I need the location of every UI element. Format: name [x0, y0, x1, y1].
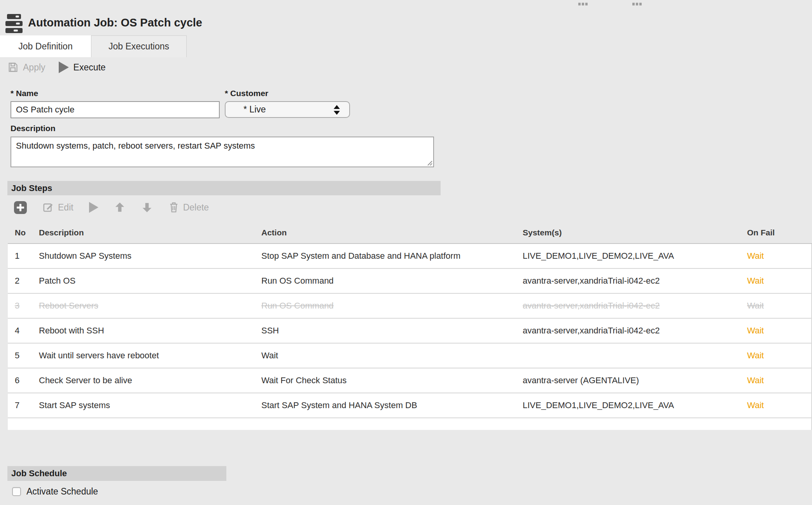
step-cell-desc: Reboot with SSH: [39, 326, 261, 336]
edit-pencil-icon: [42, 202, 54, 213]
step-cell-no: 2: [8, 276, 39, 286]
customer-selected-value: * Live: [243, 104, 266, 115]
column-header-description: Description: [39, 228, 261, 237]
play-icon: [59, 61, 69, 73]
automation-job-icon: [5, 14, 23, 33]
tab-job-executions[interactable]: Job Executions: [91, 35, 187, 57]
step-row-3[interactable]: 3Reboot ServersRun OS Commandavantra-ser…: [8, 294, 811, 319]
step-cell-onfail: Wait: [747, 351, 811, 361]
column-header-system-s-: System(s): [523, 228, 747, 237]
steps-table-header: NoDescriptionActionSystem(s)On Fail: [8, 222, 812, 244]
job-steps-table: NoDescriptionActionSystem(s)On Fail 1Shu…: [8, 222, 812, 430]
step-cell-no: 4: [8, 326, 39, 336]
step-cell-action: SSH: [261, 326, 523, 336]
step-cell-onfail: Wait: [747, 400, 811, 410]
step-row-1[interactable]: 1Shutdown SAP SystemsStop SAP System and…: [8, 244, 811, 269]
column-header-on-fail: On Fail: [747, 228, 812, 237]
step-cell-action: Wait: [261, 351, 523, 361]
step-row-6[interactable]: 6Check Server to be aliveWait For Check …: [8, 368, 811, 393]
move-down-icon[interactable]: [141, 202, 153, 213]
job-schedule-section-header: Job Schedule: [7, 466, 226, 481]
step-cell-systems: avantra-server,xandriaTrial-i042-ec2: [523, 276, 747, 286]
activate-schedule-row: Activate Schedule: [12, 486, 98, 497]
step-cell-systems: LIVE_DEMO1,LIVE_DEMO2,LIVE_AVA: [523, 251, 747, 261]
edit-label: Edit: [58, 202, 74, 213]
customer-label: * Customer: [225, 89, 268, 98]
customer-select[interactable]: * Live: [225, 101, 350, 118]
column-header-no: No: [8, 228, 39, 237]
delete-label: Delete: [183, 202, 209, 213]
add-step-button[interactable]: [14, 201, 27, 214]
name-label: * Name: [10, 89, 38, 98]
step-cell-desc: Reboot Servers: [39, 301, 261, 311]
run-step-icon[interactable]: [89, 202, 98, 213]
step-cell-desc: Start SAP systems: [39, 400, 261, 410]
step-cell-action: Stop SAP System and Database and HANA pl…: [261, 251, 523, 261]
step-row-2[interactable]: 2Patch OSRun OS Commandavantra-server,xa…: [8, 269, 811, 294]
step-cell-desc: Shutdown SAP Systems: [39, 251, 261, 261]
activate-schedule-checkbox[interactable]: [12, 487, 21, 496]
steps-table-body: 1Shutdown SAP SystemsStop SAP System and…: [8, 244, 812, 430]
step-cell-no: 5: [8, 351, 39, 361]
step-cell-desc: Patch OS: [39, 276, 261, 286]
tab-bar: Job Definition Job Executions: [0, 35, 187, 57]
step-cell-onfail: Wait: [747, 301, 811, 311]
name-input[interactable]: [10, 101, 220, 118]
step-cell-no: 6: [8, 375, 39, 386]
widget-drag-handle[interactable]: [578, 3, 588, 5]
step-cell-systems: avantra-server (AGENTALIVE): [523, 375, 747, 386]
step-cell-systems: avantra-server,xandriaTrial-i042-ec2: [523, 301, 747, 311]
main-toolbar: Apply Execute: [7, 60, 106, 74]
step-cell-onfail: Wait: [747, 251, 811, 261]
step-cell-onfail: Wait: [747, 326, 811, 336]
activate-schedule-label: Activate Schedule: [26, 486, 98, 497]
description-textarea[interactable]: Shutdown systems, patch, reboot servers,…: [10, 137, 434, 167]
job-steps-section-header: Job Steps: [7, 181, 441, 195]
edit-step-button[interactable]: Edit: [42, 202, 74, 213]
step-row-7[interactable]: 7Start SAP systemsStart SAP System and H…: [8, 393, 811, 418]
step-cell-onfail: Wait: [747, 276, 811, 286]
step-cell-desc: Wait until servers have rebootet: [39, 351, 261, 361]
step-cell-no: 7: [8, 400, 39, 410]
tab-job-definition[interactable]: Job Definition: [0, 35, 91, 57]
execute-label: Execute: [74, 62, 106, 73]
column-header-action: Action: [261, 228, 523, 237]
step-cell-onfail: Wait: [747, 375, 811, 386]
move-up-icon[interactable]: [114, 202, 126, 213]
description-label: Description: [10, 124, 56, 133]
widget-drag-handle[interactable]: [632, 3, 642, 5]
step-cell-action: Run OS Command: [261, 301, 523, 311]
step-cell-desc: Check Server to be alive: [39, 375, 261, 386]
step-cell-systems: LIVE_DEMO1,LIVE_DEMO2,LIVE_AVA: [523, 400, 747, 410]
apply-button[interactable]: Apply: [7, 62, 46, 73]
step-cell-no: 1: [8, 251, 39, 261]
step-row-5[interactable]: 5Wait until servers have rebootetWaitWai…: [8, 344, 811, 368]
step-cell-action: Run OS Command: [261, 276, 523, 286]
apply-label: Apply: [23, 62, 46, 73]
page-title: Automation Job: OS Patch cycle: [28, 16, 202, 29]
step-cell-no: 3: [8, 301, 39, 311]
delete-step-button[interactable]: Delete: [168, 202, 209, 213]
save-floppy-icon: [7, 62, 18, 73]
trash-icon: [168, 202, 179, 213]
step-cell-systems: avantra-server,xandriaTrial-i042-ec2: [523, 326, 747, 336]
step-cell-action: Wait For Check Status: [261, 375, 523, 386]
job-steps-toolbar: Edit Delete: [14, 200, 209, 215]
step-row-4[interactable]: 4Reboot with SSHSSHavantra-server,xandri…: [8, 319, 811, 344]
step-cell-action: Start SAP System and HANA System DB: [261, 400, 523, 410]
select-spinner-icon: [334, 105, 340, 115]
execute-button[interactable]: Execute: [59, 61, 106, 73]
